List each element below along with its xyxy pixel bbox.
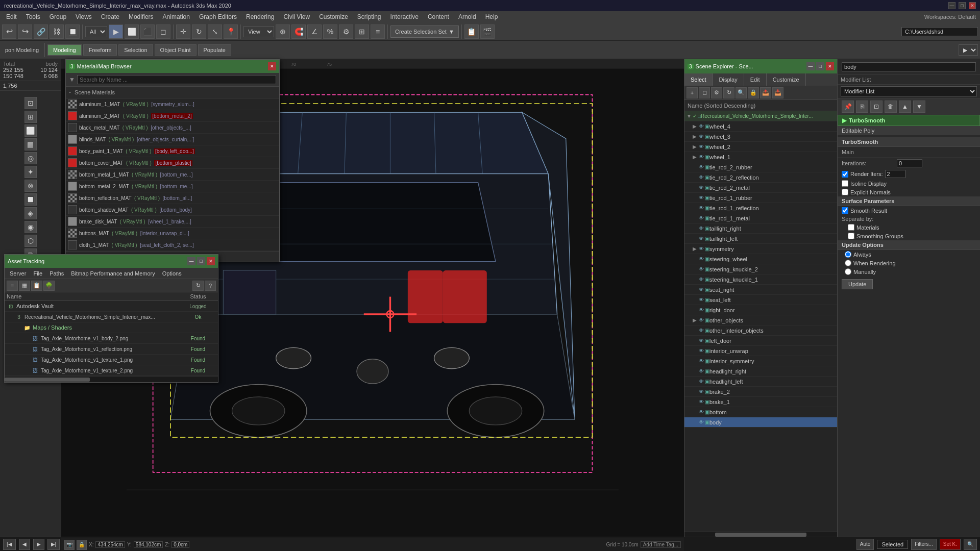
eye-icon[interactable]: 👁 — [699, 358, 704, 364]
se-item-tie2ref[interactable]: ▶ 👁 ▣ tie_rod_2_reflection — [684, 172, 837, 183]
se-item-seat-r[interactable]: ▶ 👁 ▣ seat_right — [684, 285, 837, 295]
se-item-tie2r[interactable]: ▶ 👁 ▣ tie_rod_2_rubber — [684, 162, 837, 172]
eye-icon[interactable]: 👁 — [699, 205, 704, 211]
mat-item-7[interactable]: bottom_metal_2_MAT ( VRayMtl ) [bottom_m… — [66, 181, 279, 192]
at-item-reflection[interactable]: 🖼 Tag_Axle_Motorhome_v1_reflection.png F… — [5, 344, 218, 355]
eye-icon[interactable]: 👁 — [699, 419, 704, 425]
se-item-hr[interactable]: ▶ 👁 ▣ headlight_right — [684, 366, 837, 377]
mat-item-4[interactable]: body_paint_1_MAT ( VRayMtl ) [body, left… — [66, 145, 279, 157]
at-list[interactable]: ⊡ Autodesk Vault Logged 3 Recreational_V… — [5, 301, 218, 376]
eye-icon[interactable]: 👁 — [699, 368, 704, 374]
se-select-btn[interactable]: ◻ — [699, 87, 710, 98]
left-icon-1[interactable]: ⊡ — [24, 97, 37, 109]
expand-icon[interactable]: ▶ — [693, 246, 699, 252]
eye-icon[interactable]: 👁 — [699, 256, 704, 262]
viewport-mode-select[interactable]: View — [243, 26, 274, 37]
se-list[interactable]: ▼ ✓ □ Recreational_Vehicle_Motorhome_Sim… — [684, 111, 837, 532]
se-item-br1[interactable]: ▶ 👁 ▣ brake_1 — [684, 397, 837, 407]
eye-icon[interactable]: 👁 — [699, 379, 704, 384]
eye-icon[interactable]: 👁 — [699, 134, 704, 139]
eye-icon[interactable]: 👁 — [699, 144, 704, 149]
se-item-wheel3[interactable]: ▶ 👁 ▣ wheel_3 — [684, 132, 837, 142]
vp-lock-icon[interactable]: 🔒 — [77, 540, 87, 550]
ts-whenrender-row[interactable]: When Rendering — [838, 259, 980, 267]
playback-prev-btn[interactable]: ◀ — [19, 539, 30, 550]
ts-iterations-input[interactable] — [897, 159, 922, 167]
se-item-tail-l[interactable]: ▶ 👁 ▣ taillight_left — [684, 234, 837, 244]
se-import-btn[interactable]: 📥 — [772, 87, 783, 98]
menu-create[interactable]: Create — [97, 12, 124, 22]
angle-snap-btn[interactable]: ∠ — [307, 24, 322, 39]
ts-materials-row[interactable]: Materials — [838, 223, 980, 232]
layer-btn[interactable]: 📋 — [464, 24, 479, 39]
mat-item-0[interactable]: aluminum_1_MAT ( VRayMtl ) [symmetry_alu… — [66, 98, 279, 110]
eye-icon[interactable]: 👁 — [699, 185, 704, 190]
menu-rendering[interactable]: Rendering — [242, 12, 278, 22]
title-bar-controls[interactable]: — □ ✕ — [948, 2, 976, 9]
se-item-sk2[interactable]: ▶ 👁 ▣ steering_knuckle_2 — [684, 264, 837, 274]
search-btn[interactable]: 🔍 — [964, 539, 977, 550]
eye-icon[interactable]: 👁 — [699, 174, 704, 180]
mp-delete-btn[interactable]: 🗑 — [885, 101, 897, 113]
se-root-expand-icon[interactable]: ▼ — [687, 113, 693, 119]
menu-views[interactable]: Views — [71, 12, 96, 22]
menu-arnold[interactable]: Arnold — [454, 12, 480, 22]
se-item-wheel4[interactable]: ▶ 👁 ▣ wheel_4 — [684, 121, 837, 132]
ts-smoothgrp-row[interactable]: Smoothing Groups — [838, 232, 980, 240]
eye-icon[interactable]: 👁 — [699, 297, 704, 303]
eye-icon[interactable]: 👁 — [699, 154, 704, 160]
tab-populate[interactable]: Populate — [198, 44, 231, 56]
at-item-texture2[interactable]: 🖼 Tag_Axle_Motorhome_v1_texture_2.png Fo… — [5, 365, 218, 376]
left-icon-9[interactable]: ◈ — [24, 207, 37, 219]
se-scrollbar[interactable] — [684, 532, 837, 537]
scale-btn[interactable]: ⤡ — [208, 24, 222, 39]
at-item-body2[interactable]: 🖼 Tag_Axle_Motorhome_v1_body_2.png Found — [5, 333, 218, 344]
se-item-wheel1[interactable]: ▶ 👁 ▣ wheel_1 — [684, 152, 837, 162]
lasso-btn[interactable]: ◻ — [156, 24, 170, 39]
se-item-sk1[interactable]: ▶ 👁 ▣ steering_knuckle_1 — [684, 274, 837, 285]
menu-interactive[interactable]: Interactive — [386, 12, 423, 22]
mat-item-2[interactable]: black_metal_MAT ( VRayMtl ) [other_objec… — [66, 122, 279, 134]
eye-icon[interactable]: 👁 — [699, 328, 704, 333]
eye-icon[interactable]: 👁 — [699, 277, 704, 282]
at-menu-paths[interactable]: Paths — [46, 270, 67, 277]
se-item-sym[interactable]: ▶ 👁 ▣ symmetry — [684, 244, 837, 254]
ts-always-radio[interactable] — [845, 251, 851, 258]
ts-update-btn[interactable]: Update — [842, 279, 873, 289]
eye-icon[interactable]: 👁 — [699, 317, 704, 323]
menu-group[interactable]: Group — [45, 12, 70, 22]
at-minimize-btn[interactable]: — — [187, 257, 195, 265]
ts-smooth-row[interactable]: Smooth Result — [838, 206, 980, 215]
se-item-sw[interactable]: ▶ 👁 ▣ steering_wheel — [684, 254, 837, 264]
se-maximize-btn[interactable]: □ — [816, 62, 824, 70]
set-key-btn[interactable]: Set K. — [940, 539, 961, 550]
se-item-wheel2[interactable]: ▶ 👁 ▣ wheel_2 — [684, 142, 837, 152]
left-icon-5[interactable]: ◎ — [24, 152, 37, 164]
at-refresh-btn[interactable]: ↻ — [192, 281, 204, 291]
at-menu-bitmap[interactable]: Bitmap Performance and Memory — [68, 270, 158, 277]
at-header-controls[interactable]: — □ ✕ — [187, 257, 215, 265]
at-item-file[interactable]: 3 Recreational_Vehicle_Motorhome_Simple_… — [5, 312, 218, 322]
menu-tools[interactable]: Tools — [22, 12, 44, 22]
playback-start-btn[interactable]: |◀ — [3, 539, 16, 550]
maximize-btn[interactable]: □ — [959, 2, 966, 9]
object-name-input[interactable] — [842, 62, 976, 71]
add-time-tag-btn[interactable]: Add Time Tag... — [641, 541, 681, 548]
modifier-dropdown[interactable]: Modifier List — [841, 86, 977, 96]
menu-help[interactable]: Help — [481, 12, 502, 22]
ts-smooth-cb[interactable] — [842, 207, 848, 214]
eye-icon[interactable]: 👁 — [699, 287, 704, 292]
close-btn[interactable]: ✕ — [969, 2, 976, 9]
percent-snap-btn[interactable]: % — [323, 24, 337, 39]
eye-icon[interactable]: 👁 — [699, 266, 704, 272]
expand-icon[interactable]: ▶ — [693, 123, 699, 129]
ts-smoothgrp-cb[interactable] — [848, 233, 854, 239]
spinner-snap-btn[interactable]: ⚙ — [339, 24, 353, 39]
se-item-hl[interactable]: ▶ 👁 ▣ headlight_left — [684, 377, 837, 387]
ts-manually-row[interactable]: Manually — [838, 267, 980, 276]
left-icon-8[interactable]: 🔲 — [24, 193, 37, 206]
eye-icon[interactable]: 👁 — [699, 348, 704, 354]
eye-icon[interactable]: 👁 — [699, 307, 704, 313]
se-item-rd[interactable]: ▶ 👁 ▣ right_door — [684, 305, 837, 315]
undo-btn[interactable]: ↩ — [2, 24, 16, 39]
